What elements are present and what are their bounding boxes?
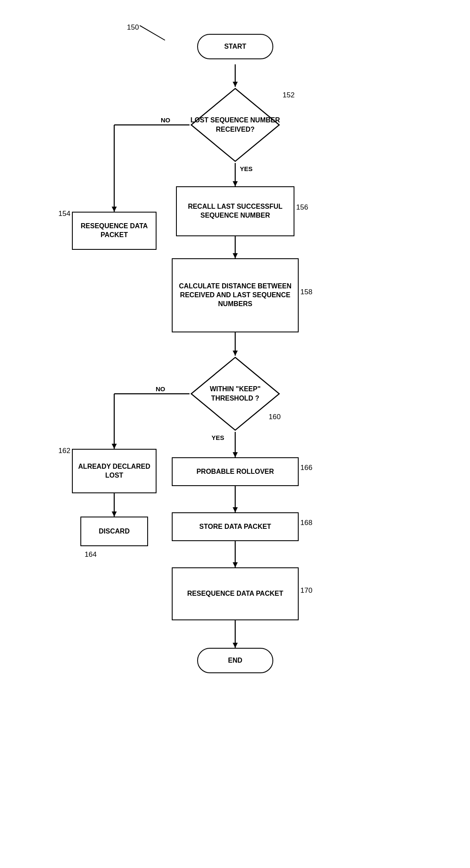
svg-line-24 xyxy=(140,25,165,40)
svg-marker-6 xyxy=(112,207,117,212)
svg-marker-21 xyxy=(233,562,238,567)
svg-marker-12 xyxy=(233,452,238,457)
end-node: END xyxy=(197,648,273,673)
recall-node: RECALL LAST SUCCESSFUL SEQUENCE NUMBER xyxy=(176,186,294,236)
no1-label: NO xyxy=(161,116,170,124)
ref-170: 170 xyxy=(300,586,312,595)
svg-marker-19 xyxy=(233,507,238,512)
declared-node: ALREADY DECLARED LOST xyxy=(72,449,157,493)
flowchart-diagram: 150 START LOST SEQUENCE NUMBER RECEIVED?… xyxy=(0,0,470,868)
start-node: START xyxy=(197,34,273,59)
yes1-label: YES xyxy=(240,165,253,172)
start-label: START xyxy=(224,42,246,51)
discard-label: DISCARD xyxy=(99,527,130,536)
recall-label: RECALL LAST SUCCESSFUL SEQUENCE NUMBER xyxy=(177,202,294,220)
ref-arrow xyxy=(140,25,173,42)
calc-label: CALCULATE DISTANCE BETWEEN RECEIVED AND … xyxy=(173,282,298,308)
declared-label: ALREADY DECLARED LOST xyxy=(73,462,156,480)
svg-marker-8 xyxy=(233,253,238,258)
svg-marker-10 xyxy=(233,351,238,356)
ref-156: 156 xyxy=(296,203,308,212)
decision1-label: LOST SEQUENCE NUMBER RECEIVED? xyxy=(189,116,282,135)
decision1-node: LOST SEQUENCE NUMBER RECEIVED? xyxy=(189,87,282,163)
calc-node: CALCULATE DISTANCE BETWEEN RECEIVED AND … xyxy=(172,258,299,332)
yes2-label: YES xyxy=(212,434,224,441)
ref-152: 152 xyxy=(283,91,294,100)
ref-150: 150 xyxy=(127,23,139,32)
store-label: STORE DATA PACKET xyxy=(199,522,271,531)
svg-marker-17 xyxy=(112,511,117,517)
decision2-label: WITHIN "KEEP" THRESHOLD ? xyxy=(189,384,282,404)
reseq2-node: RESEQUENCE DATA PACKET xyxy=(172,567,299,620)
svg-marker-15 xyxy=(112,444,117,449)
decision2-node: WITHIN "KEEP" THRESHOLD ? xyxy=(189,356,282,432)
ref-154: 154 xyxy=(58,210,70,218)
store-node: STORE DATA PACKET xyxy=(172,512,299,541)
ref-168: 168 xyxy=(300,519,312,527)
no2-label: NO xyxy=(156,385,165,393)
svg-marker-1 xyxy=(233,82,238,87)
reseq1-label: RESEQUENCE DATA PACKET xyxy=(73,222,156,240)
rollover-node: PROBABLE ROLLOVER xyxy=(172,457,299,486)
discard-node: DISCARD xyxy=(80,517,148,546)
svg-marker-23 xyxy=(233,643,238,648)
ref-160: 160 xyxy=(269,413,280,421)
ref-166: 166 xyxy=(300,464,312,472)
reseq2-label: RESEQUENCE DATA PACKET xyxy=(187,589,283,598)
ref-158: 158 xyxy=(300,288,312,296)
ref-162: 162 xyxy=(58,447,70,455)
rollover-label: PROBABLE ROLLOVER xyxy=(196,467,274,476)
reseq1-node: RESEQUENCE DATA PACKET xyxy=(72,212,157,250)
end-label: END xyxy=(228,656,242,665)
ref-164: 164 xyxy=(85,550,96,559)
svg-marker-3 xyxy=(233,181,238,186)
